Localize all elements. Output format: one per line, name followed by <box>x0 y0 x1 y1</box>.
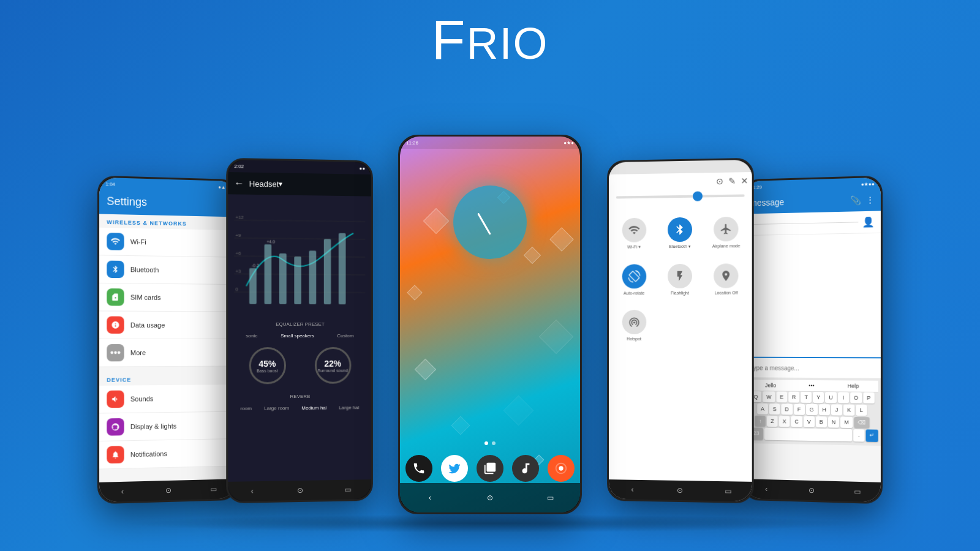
kb-key-c[interactable]: C <box>791 416 802 427</box>
qs-settings-icon[interactable]: ⊙ <box>716 176 723 186</box>
nav-back-4[interactable]: ‹ <box>627 484 638 495</box>
dock-gallery[interactable] <box>477 455 503 482</box>
settings-item-sounds[interactable]: Sounds <box>99 384 236 413</box>
status-icons-5: ●★●● <box>861 181 875 187</box>
nav-recent-5[interactable]: ▭ <box>852 486 863 498</box>
qs-wifi-label: Wi-Fi ▾ <box>627 245 641 250</box>
reverb-large[interactable]: Large room <box>264 405 289 411</box>
nav-recent-4[interactable]: ▭ <box>722 485 733 497</box>
qs-bluetooth-label: Bluetooth ▾ <box>669 244 690 249</box>
nav-home-5[interactable]: ⊙ <box>806 485 817 496</box>
kb-suggest-3[interactable]: Help <box>848 383 859 389</box>
qs-tile-bluetooth[interactable]: Bluetooth ▾ <box>659 212 700 255</box>
settings-item-display[interactable]: Display & lights <box>99 412 236 441</box>
kb-enter[interactable]: ↵ <box>866 429 878 442</box>
kb-key-v[interactable]: V <box>804 416 815 427</box>
kb-key-e[interactable]: E <box>776 391 787 402</box>
qs-tile-flashlight[interactable]: Flashlight <box>659 259 700 300</box>
kb-period[interactable]: . <box>853 429 864 441</box>
qs-tile-wifi[interactable]: Wi-Fi ▾ <box>614 213 655 255</box>
kb-key-k[interactable]: K <box>843 405 854 416</box>
svg-text:-0.2: -0.2 <box>252 263 259 268</box>
qs-tile-autorotate[interactable]: Auto-rotate <box>614 259 655 300</box>
msg-contact-line <box>750 222 859 225</box>
dock-twitter[interactable] <box>441 455 468 482</box>
eq-preset-sonic[interactable]: sonic <box>246 333 257 339</box>
brightness-slider[interactable] <box>616 194 745 198</box>
dock-chrome[interactable] <box>548 455 575 482</box>
reverb-large-hall[interactable]: Large hal <box>339 405 359 410</box>
qs-tiles-grid: Wi-Fi ▾ Bluetooth ▾ Airplane mode <box>609 206 752 351</box>
settings-item-more[interactable]: ••• More <box>99 339 236 367</box>
settings-item-bluetooth[interactable]: Bluetooth <box>99 255 236 285</box>
kb-key-f[interactable]: F <box>794 404 805 415</box>
nav-recent-1[interactable]: ▭ <box>208 484 219 495</box>
kb-key-w[interactable]: W <box>763 391 775 402</box>
eq-knob-bass[interactable]: 45% Bass boost <box>249 347 285 384</box>
kb-key-d[interactable]: D <box>781 403 792 414</box>
data-icon <box>107 317 124 334</box>
kb-key-b[interactable]: B <box>816 416 827 427</box>
kb-key-h[interactable]: H <box>818 404 830 415</box>
eq-preset-custom[interactable]: Custom <box>337 333 353 339</box>
home-screen-container: 11:26 ●★● <box>400 137 580 512</box>
nav-home-1[interactable]: ⊙ <box>163 485 174 496</box>
eq-back-icon[interactable]: ← <box>234 178 244 189</box>
brightness-thumb[interactable] <box>693 191 703 201</box>
dock-music[interactable] <box>512 455 539 482</box>
msg-input[interactable] <box>748 362 877 375</box>
kb-key-n[interactable]: N <box>828 416 840 427</box>
eq-knob-surround[interactable]: 22% Surround sound <box>314 347 351 384</box>
kb-key-y[interactable]: Y <box>813 392 824 403</box>
kb-key-p[interactable]: P <box>863 392 874 403</box>
kb-space[interactable] <box>764 428 852 441</box>
title-rest: RIO <box>466 19 548 68</box>
settings-item-wifi[interactable]: Wi-Fi <box>99 228 236 258</box>
brightness-area <box>609 189 752 208</box>
kb-key-z[interactable]: Z <box>767 416 778 427</box>
nav-home-2[interactable]: ⊙ <box>295 485 306 496</box>
nav-back-5[interactable]: ‹ <box>761 484 772 495</box>
kb-shift[interactable]: ↑ <box>755 416 766 427</box>
msg-more-icon[interactable]: ⋮ <box>866 195 875 205</box>
nav-back-1[interactable]: ‹ <box>117 486 128 498</box>
svg-rect-12 <box>279 253 287 304</box>
msg-contact-icon[interactable]: 👤 <box>862 216 874 228</box>
qs-tile-location[interactable]: Location Off <box>706 258 747 300</box>
home-nav-recent[interactable]: ▭ <box>545 492 556 503</box>
qs-edit-icon[interactable]: ✎ <box>728 176 736 186</box>
kb-key-r[interactable]: R <box>788 392 799 403</box>
kb-key-i[interactable]: I <box>838 392 849 403</box>
settings-item-data[interactable]: Data usage <box>99 311 236 339</box>
kb-suggest-1[interactable]: Jello <box>765 382 776 388</box>
kb-key-u[interactable]: U <box>825 392 837 403</box>
eq-preset-small[interactable]: Small speakers <box>281 333 314 339</box>
msg-toolbar-icons: 📎 ⋮ <box>850 195 875 205</box>
kb-key-o[interactable]: O <box>850 392 862 403</box>
home-nav-home[interactable]: ⊙ <box>484 492 496 503</box>
nav-home-4[interactable]: ⊙ <box>674 485 685 496</box>
kb-key-s[interactable]: S <box>769 403 780 414</box>
msg-attach-icon[interactable]: 📎 <box>850 195 861 206</box>
reverb-room[interactable]: room <box>241 406 252 411</box>
kb-delete[interactable]: ⌫ <box>854 417 869 429</box>
kb-key-a[interactable]: A <box>757 403 768 414</box>
kb-key-t[interactable]: T <box>801 392 812 403</box>
kb-key-g[interactable]: G <box>806 404 818 415</box>
qs-tile-hotspot[interactable]: Hotspot <box>614 305 655 346</box>
kb-key-m[interactable]: M <box>840 417 853 428</box>
reverb-medium[interactable]: Medium hal <box>301 405 326 411</box>
home-nav-back[interactable]: ‹ <box>424 492 435 503</box>
kb-key-j[interactable]: J <box>831 404 842 415</box>
nav-back-2[interactable]: ‹ <box>247 485 258 497</box>
settings-item-notifications[interactable]: Notifications <box>99 439 236 470</box>
qs-tile-airplane[interactable]: Airplane mode <box>706 212 747 254</box>
eq-dropdown-icon[interactable]: ▾ <box>279 179 282 188</box>
nav-recent-2[interactable]: ▭ <box>342 484 353 495</box>
dock-phone[interactable] <box>405 455 432 482</box>
kb-key-l[interactable]: L <box>856 405 867 416</box>
kb-key-x[interactable]: X <box>779 416 790 427</box>
qs-close-icon[interactable]: ✕ <box>741 176 748 186</box>
kb-suggest-2[interactable]: ••• <box>809 383 814 389</box>
settings-item-sim[interactable]: SIM cards <box>99 283 236 312</box>
